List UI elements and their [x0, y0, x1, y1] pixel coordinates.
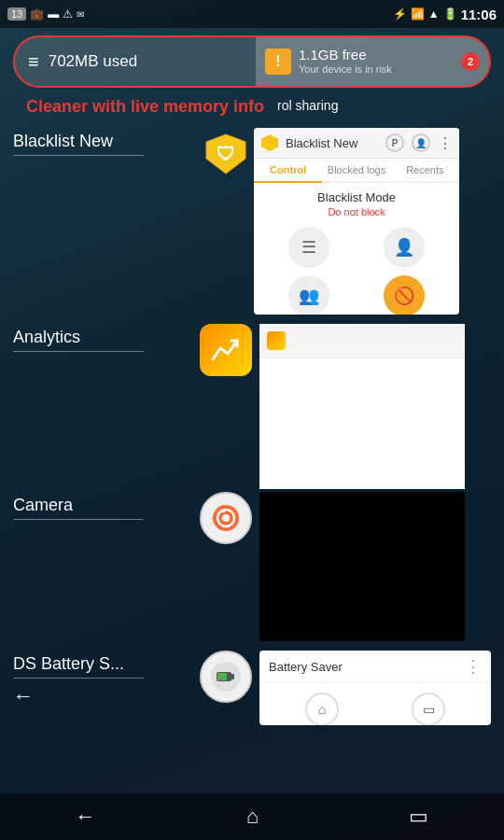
status-bar: 13 💼 ▬ ⚠ ✉ ⚡ 📶 ▲ 🔋 11:06 — [0, 0, 504, 28]
wifi-icon: 📶 — [411, 7, 425, 21]
analytics-chart-icon — [209, 333, 243, 367]
svg-point-4 — [222, 514, 230, 522]
battery-card-header: Battery Saver ⋮ — [259, 651, 491, 683]
blacklist-btn-2[interactable]: 👤 — [384, 227, 425, 268]
notification-count: 13 — [7, 7, 26, 21]
battery-recent-icon[interactable]: ▭ — [412, 693, 445, 725]
blacklist-tabs: Control Blocked logs Recents — [254, 159, 459, 183]
memory-free-info: 1.1GB free Your device is in risk — [299, 47, 454, 76]
analytics-card-body — [259, 358, 465, 489]
battery-three-dots-icon[interactable]: ⋮ — [465, 656, 482, 677]
ds-battery-app-name: DS Battery S... — [13, 654, 200, 674]
blacklist-card-icon — [261, 134, 278, 151]
analytics-card — [259, 324, 465, 483]
memory-badge: 2 — [461, 52, 480, 71]
battery-card-actions: ⌂ ▭ — [259, 683, 491, 725]
battery-icon: 🔋 — [443, 7, 457, 21]
parking-icon[interactable]: P — [385, 133, 404, 152]
ds-battery-label-area: DS Battery S... ← — [13, 651, 200, 708]
memory-free-title: 1.1GB free — [299, 47, 454, 63]
analytics-underline — [13, 351, 144, 352]
signal-icon: ▲ — [428, 7, 440, 21]
control-sharing-text: rol sharing — [277, 98, 338, 113]
ds-battery-back: ← — [13, 684, 200, 708]
do-not-block: Do not block — [261, 206, 452, 217]
camera-svg-icon — [211, 503, 241, 533]
blacklist-btn-4[interactable]: 🚫 — [384, 275, 425, 315]
cleaner-label: Cleaner with live memory info — [13, 91, 277, 119]
svg-rect-8 — [231, 674, 234, 679]
ds-battery-app-icon[interactable] — [200, 651, 252, 703]
camera-app-name: Camera — [13, 496, 200, 515]
svg-rect-9 — [217, 673, 227, 680]
memory-bar[interactable]: ≡ 702MB used ! 1.1GB free Your device is… — [13, 35, 491, 88]
warning-small-icon: ⚠ — [63, 7, 73, 21]
analytics-label-area: Analytics — [13, 324, 200, 352]
memory-free-section: ! 1.1GB free Your device is in risk 2 — [256, 37, 489, 86]
blacklist-label-area: Blacklist New — [13, 128, 200, 156]
battery-svg-icon — [209, 660, 243, 693]
blacklist-app-icon[interactable]: 🛡 — [200, 128, 252, 180]
camera-app-row[interactable]: Camera — [13, 492, 491, 641]
blacklist-card: Blacklist New P 👤 ⋮ Control Blocked logs… — [254, 128, 459, 315]
blacklist-card-header: Blacklist New P 👤 ⋮ — [254, 128, 459, 159]
tab-control[interactable]: Control — [254, 159, 322, 183]
shield-svg: 🛡 — [204, 133, 247, 175]
svg-rect-5 — [220, 510, 225, 512]
battery-card-title: Battery Saver — [269, 660, 343, 674]
warning-icon: ! — [265, 49, 291, 75]
nav-bar: ← ⌂ ▭ — [0, 793, 504, 840]
battery-home-icon[interactable]: ⌂ — [305, 693, 339, 725]
battery-card: Battery Saver ⋮ ⌂ ▭ — [259, 651, 491, 725]
back-arrow-icon: ← — [13, 684, 34, 707]
blacklist-underline — [13, 155, 144, 156]
analytics-app-row[interactable]: Analytics — [13, 324, 491, 483]
camera-underline — [13, 519, 144, 520]
briefcase-icon: 💼 — [30, 7, 44, 21]
person-icon[interactable]: 👤 — [412, 133, 430, 152]
gmail-icon: ✉ — [77, 9, 84, 20]
blacklist-card-title: Blacklist New — [286, 136, 378, 150]
camera-card — [259, 492, 465, 641]
nav-back-icon[interactable]: ← — [76, 805, 96, 829]
analytics-card-header — [259, 324, 465, 358]
nav-recent-icon[interactable]: ▭ — [409, 805, 428, 829]
hamburger-icon: ≡ — [28, 52, 39, 71]
memory-used-text: 702MB used — [49, 52, 137, 71]
ds-battery-app-row[interactable]: DS Battery S... ← Battery Saver ⋮ ⌂ ▭ — [13, 651, 491, 725]
status-right: ⚡ 📶 ▲ 🔋 11:06 — [393, 7, 497, 22]
blacklist-mode-title: Blacklist Mode — [261, 190, 452, 204]
blacklist-btn-3[interactable]: 👥 — [288, 275, 329, 315]
blacklist-header-actions: P 👤 ⋮ — [385, 133, 452, 152]
status-time: 11:06 — [461, 7, 497, 22]
bluetooth-icon: ⚡ — [393, 7, 407, 21]
blacklist-app-row[interactable]: Blacklist New 🛡 Blacklist New P 👤 ⋮ Cont… — [13, 128, 491, 315]
blacklist-app-name: Blacklist New — [13, 132, 200, 151]
memory-used-section: ≡ 702MB used — [15, 52, 256, 71]
ds-battery-underline — [13, 678, 144, 679]
status-left: 13 💼 ▬ ⚠ ✉ — [7, 7, 84, 21]
blacklist-content: Blacklist Mode Do not block ☰ 👤 👥 🚫 — [254, 183, 459, 315]
more-options-icon[interactable]: ⋮ — [438, 134, 452, 152]
tab-recents[interactable]: Recents — [391, 159, 459, 183]
memory-free-subtitle: Your device is in risk — [299, 63, 454, 76]
blacklist-buttons: ☰ 👤 — [261, 227, 452, 268]
blacklist-btn-1[interactable]: ☰ — [288, 227, 329, 268]
analytics-app-name: Analytics — [13, 328, 200, 347]
camera-app-icon[interactable] — [200, 492, 252, 544]
analytics-mini-icon — [267, 331, 286, 350]
nav-home-icon[interactable]: ⌂ — [246, 805, 259, 829]
bars-icon: ▬ — [48, 7, 59, 21]
tab-blocked-logs[interactable]: Blocked logs — [322, 159, 390, 183]
analytics-app-icon[interactable] — [200, 324, 252, 376]
svg-text:🛡: 🛡 — [217, 144, 235, 164]
camera-label-area: Camera — [13, 492, 200, 520]
